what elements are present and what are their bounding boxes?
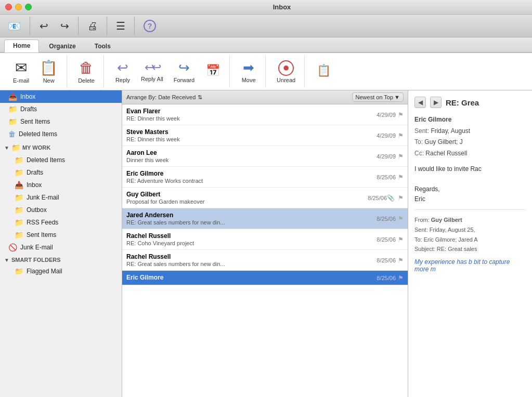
sidebar-item-flagged-mail[interactable]: 📁 Flagged Mail [0,265,122,277]
preview-next-button[interactable]: ▶ [430,97,442,108]
delete-label: Delete [78,77,95,84]
flag-icon-6: ⚑ [398,215,404,222]
delete-icon: 🗑 [79,59,94,77]
preview-from-value: Guy Gilbert [431,217,462,223]
email-icon: ✉ [15,59,27,77]
sidebar-label-inbox-top: Inbox [20,93,35,100]
inbox-folder-icon: 📥 [15,181,23,189]
calendar-button[interactable]: 📅 [200,56,225,87]
email-subject-6: RE: Great sales numbers for new din... [126,219,365,226]
sidebar-item-deleted-top[interactable]: 🗑 Deleted Items [0,128,122,140]
reply-all-icon: ↩↩ [145,61,159,74]
unread-button[interactable]: ● Unread [272,56,300,87]
section-header-my-work[interactable]: ▼ 📁 My Work [0,140,122,154]
preview-prev-button[interactable]: ◀ [414,97,426,108]
section-header-smart-folders[interactable]: ▼ SMART FOLDERS [0,254,122,265]
deleted-icon-top: 🗑 [8,130,16,138]
arrange-by: Arrange By: Date Received ⇅ [126,94,352,101]
more-button[interactable]: 📋 [311,56,336,87]
sidebar-item-rss[interactable]: 📁 RSS Feeds [0,216,122,229]
preview-pane: ◀ ▶ RE: Grea Eric Gilmore Sent: Friday, … [408,90,532,397]
junk-email-icon: 🚫 [8,243,17,252]
close-button[interactable] [5,4,12,10]
categories-button[interactable]: ☰ [112,19,129,33]
sidebar-label-sent-top: Sent Items [20,118,50,125]
sidebar-item-drafts[interactable]: 📁 Drafts [0,166,122,179]
email-sender-9: Eric Gilmore [126,274,365,281]
preview-divider [414,209,526,210]
preview-header: ◀ ▶ RE: Grea [414,97,526,108]
sidebar-item-drafts-top[interactable]: 📁 Drafts [0,103,122,115]
email-list-scroll[interactable]: Evan Flarer RE: Dinner this week 4/29/09… [122,104,408,397]
email-date-9: 8/25/06 [365,275,396,281]
inbox-icon: 📥 [8,92,17,101]
flag-icon-4: ⚑ [398,174,404,181]
redo-icon: ↪ [60,21,69,31]
new-label: New [43,77,55,84]
reply-all-button[interactable]: ↩↩ Reply All [136,56,168,87]
preview-from-sent-label: Sent: [414,227,428,233]
email-item-9[interactable]: Eric Gilmore 8/25/06 ⚑ [122,271,408,285]
newest-on-top-button[interactable]: Newest on Top ▼ [352,92,404,102]
minimize-button[interactable] [15,4,22,10]
email-item-6[interactable]: Jared Andersen RE: Great sales numbers f… [122,208,408,229]
help-button[interactable]: ? [140,18,160,34]
email-item-3[interactable]: Aaron Lee Dinner this week 4/29/09 ⚑ [122,146,408,167]
forward-icon: ↪ [178,60,190,76]
email-date-4: 8/25/06 [365,174,396,180]
undo-icon: ↩ [40,21,48,31]
email-item-5[interactable]: Guy Gilbert Proposal for Garden makeover… [122,188,408,208]
redo-button[interactable]: ↪ [56,19,73,33]
deleted-items-icon: 📁 [15,156,23,164]
move-button[interactable]: ➡ Move [236,56,261,87]
window-controls[interactable] [5,4,32,10]
email-item-4[interactable]: Eric Gilmore RE: Adventure Works contrac… [122,167,408,188]
reply-button[interactable]: ↩ Reply [110,56,135,87]
email-button[interactable]: ✉ E-mail [8,56,34,87]
new-item-icon: 📧 [8,21,21,31]
calendar-icon: 📅 [206,64,220,77]
email-date-8: 8/25/06 [365,257,396,263]
email-item-1[interactable]: Evan Flarer RE: Dinner this week 4/29/09… [122,104,408,125]
sidebar-item-deleted[interactable]: 📁 Deleted Items [0,154,122,166]
preview-subject-value: RE: Great sales [437,246,477,252]
undo-button[interactable]: ↩ [35,19,52,33]
email-item-8[interactable]: Rachel Russell RE: Great sales numbers f… [122,250,408,271]
sidebar-item-outbox[interactable]: 📁 Outbox [0,204,122,216]
sidebar-label-junk-top: Junk E-mail [20,244,53,251]
outbox-icon: 📁 [15,206,23,214]
tab-home[interactable]: Home [4,39,39,52]
email-content-1: Evan Flarer RE: Dinner this week [126,108,365,122]
forward-button[interactable]: ↪ Forward [169,56,199,87]
email-content-7: Rachel Russell RE: Coho Vineyard project [126,232,365,246]
sidebar-item-sent-top[interactable]: 📁 Sent Items [0,115,122,128]
maximize-button[interactable] [25,4,32,10]
delete-button[interactable]: 🗑 Delete [73,56,99,87]
tab-organize[interactable]: Organize [40,40,84,52]
preview-from-to-value: Eric Gilmore; Jared A [424,236,478,243]
tab-tools[interactable]: Tools [86,40,120,52]
new-item-button[interactable]: 📧 [4,19,24,33]
sidebar-label-deleted: Deleted Items [27,156,65,164]
section-arrow-smart-folders: ▼ [4,257,9,263]
newest-on-top-label: Newest on Top [356,94,394,100]
sidebar-item-junk-top[interactable]: 🚫 Junk E-mail [0,241,122,254]
flag-icon-2: ⚑ [398,132,404,139]
preview-quote: My experience has b bit to capture more … [414,258,526,273]
flag-icon-7: ⚑ [398,236,404,243]
sidebar-item-sent[interactable]: 📁 Sent Items [0,229,122,241]
sidebar-item-junk[interactable]: 📁 Junk E-mail [0,191,122,204]
sidebar-label-deleted-top: Deleted Items [19,130,57,138]
new-button[interactable]: 📋 New [35,56,62,87]
email-subject-2: RE: Dinner this week [126,136,365,142]
email-content-5: Guy Gilbert Proposal for Garden makeover [126,191,356,205]
sidebar-item-inbox[interactable]: 📥 Inbox [0,179,122,191]
preview-from-info: From: Guy Gilbert Sent: Friday, August 2… [414,215,526,254]
print-button[interactable]: 🖨 [84,19,101,33]
drafts-icon: 📁 [15,168,23,177]
sidebar-item-inbox-top[interactable]: 📥 Inbox [0,90,122,103]
email-item-7[interactable]: Rachel Russell RE: Coho Vineyard project… [122,229,408,250]
email-item-2[interactable]: Steve Masters RE: Dinner this week 4/29/… [122,125,408,146]
arrange-by-label: Arrange By: Date Received [126,94,196,100]
email-sender-5: Guy Gilbert [126,191,356,198]
